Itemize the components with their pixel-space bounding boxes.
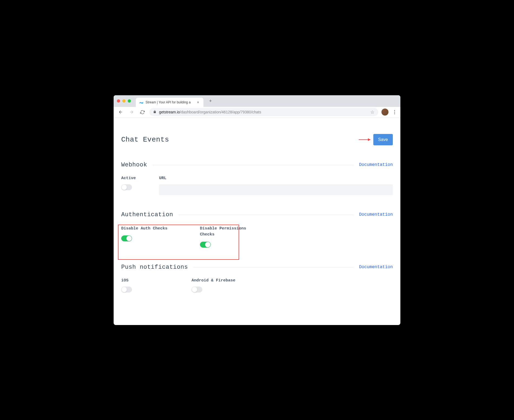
back-button[interactable] <box>117 108 124 116</box>
close-window-button[interactable] <box>117 99 120 103</box>
new-tab-button[interactable]: + <box>207 97 214 105</box>
tab-title: Stream | Your API for building a <box>146 100 194 104</box>
divider <box>153 165 354 165</box>
android-push-toggle[interactable] <box>192 287 202 293</box>
push-notifications-section: Push notifications Documentation iOS And… <box>121 264 393 293</box>
push-documentation-link[interactable]: Documentation <box>359 265 393 270</box>
browser-window: Stream | Your API for building a × + get… <box>114 95 400 325</box>
page-header: Chat Events Save <box>121 134 393 145</box>
ios-push-toggle[interactable] <box>121 287 132 293</box>
authentication-title: Authentication <box>121 211 173 218</box>
tab-bar: Stream | Your API for building a × + <box>114 95 400 107</box>
address-bar[interactable]: getstream.io/dashboard/organization/4612… <box>149 108 378 116</box>
divider <box>193 267 354 267</box>
profile-avatar[interactable] <box>381 109 388 116</box>
ios-label: iOS <box>121 278 143 283</box>
page-title: Chat Events <box>121 136 169 144</box>
browser-tab[interactable]: Stream | Your API for building a × <box>136 98 203 107</box>
webhook-documentation-link[interactable]: Documentation <box>359 162 393 167</box>
page-content: Chat Events Save Webhook Documentation A… <box>114 118 400 325</box>
webhook-active-toggle[interactable] <box>121 184 132 190</box>
authentication-section: Authentication Documentation Disable Aut… <box>121 211 393 248</box>
stream-favicon <box>139 100 143 104</box>
webhook-url-input[interactable] <box>159 184 393 195</box>
webhook-active-label: Active <box>121 176 143 181</box>
lock-icon <box>153 110 156 114</box>
authentication-documentation-link[interactable]: Documentation <box>359 212 393 217</box>
disable-permissions-checks-toggle[interactable] <box>200 242 211 248</box>
minimize-window-button[interactable] <box>122 99 126 103</box>
browser-menu-button[interactable] <box>392 110 397 114</box>
disable-auth-checks-label: Disable Auth Checks <box>121 226 167 232</box>
maximize-window-button[interactable] <box>128 99 131 103</box>
divider <box>179 215 354 215</box>
webhook-url-label: URL <box>159 176 393 181</box>
disable-permissions-checks-label: Disable Permissions Checks <box>200 226 254 238</box>
svg-marker-1 <box>368 138 371 141</box>
webhook-section: Webhook Documentation Active URL <box>121 162 393 195</box>
disable-auth-checks-toggle[interactable] <box>121 235 132 241</box>
browser-toolbar: getstream.io/dashboard/organization/4612… <box>114 107 400 118</box>
reload-button[interactable] <box>139 108 146 116</box>
forward-button[interactable] <box>128 108 135 116</box>
close-tab-button[interactable]: × <box>196 100 200 104</box>
android-firebase-label: Android & Firebase <box>192 278 235 283</box>
window-controls <box>117 99 131 103</box>
webhook-title: Webhook <box>121 162 147 168</box>
save-button[interactable]: Save <box>373 134 393 145</box>
url-text: getstream.io/dashboard/organization/4612… <box>159 110 261 114</box>
arrow-annotation <box>358 137 371 142</box>
bookmark-star-icon[interactable]: ☆ <box>370 109 374 115</box>
push-title: Push notifications <box>121 264 188 271</box>
